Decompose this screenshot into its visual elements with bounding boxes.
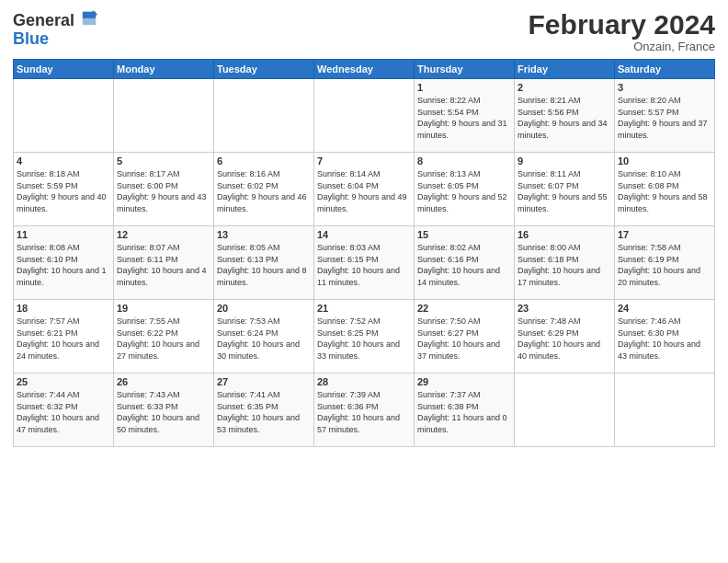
calendar-cell: 4Sunrise: 8:18 AM Sunset: 5:59 PM Daylig… xyxy=(14,153,114,226)
weekday-header-row: SundayMondayTuesdayWednesdayThursdayFrid… xyxy=(14,60,715,79)
calendar-week-row: 18Sunrise: 7:57 AM Sunset: 6:21 PM Dayli… xyxy=(14,300,715,373)
calendar-cell: 10Sunrise: 8:10 AM Sunset: 6:08 PM Dayli… xyxy=(615,153,715,226)
day-info: Sunrise: 8:21 AM Sunset: 5:56 PM Dayligh… xyxy=(518,95,611,141)
day-info: Sunrise: 7:57 AM Sunset: 6:21 PM Dayligh… xyxy=(17,316,110,362)
day-info: Sunrise: 7:58 AM Sunset: 6:19 PM Dayligh… xyxy=(618,242,711,288)
day-info: Sunrise: 7:52 AM Sunset: 6:25 PM Dayligh… xyxy=(317,316,411,362)
day-info: Sunrise: 7:39 AM Sunset: 6:36 PM Dayligh… xyxy=(317,389,411,435)
calendar-cell: 20Sunrise: 7:53 AM Sunset: 6:24 PM Dayli… xyxy=(214,300,314,373)
day-info: Sunrise: 8:16 AM Sunset: 6:02 PM Dayligh… xyxy=(217,168,311,214)
calendar-cell: 22Sunrise: 7:50 AM Sunset: 6:27 PM Dayli… xyxy=(415,300,515,373)
logo: General Blue xyxy=(13,9,97,49)
day-number: 20 xyxy=(217,303,311,314)
day-info: Sunrise: 8:18 AM Sunset: 5:59 PM Dayligh… xyxy=(17,168,110,214)
day-info: Sunrise: 8:10 AM Sunset: 6:08 PM Dayligh… xyxy=(618,168,711,214)
logo-flag-icon xyxy=(81,9,97,26)
day-info: Sunrise: 8:20 AM Sunset: 5:57 PM Dayligh… xyxy=(618,95,711,141)
day-number: 27 xyxy=(217,376,311,387)
day-number: 6 xyxy=(217,155,311,167)
day-number: 14 xyxy=(317,229,411,240)
day-number: 8 xyxy=(417,155,511,167)
calendar-cell: 15Sunrise: 8:02 AM Sunset: 6:16 PM Dayli… xyxy=(415,226,515,300)
calendar-cell: 21Sunrise: 7:52 AM Sunset: 6:25 PM Dayli… xyxy=(314,300,415,373)
calendar-cell: 19Sunrise: 7:55 AM Sunset: 6:22 PM Dayli… xyxy=(114,300,214,373)
weekday-header: Thursday xyxy=(415,60,515,79)
calendar-cell xyxy=(615,373,715,447)
day-number: 28 xyxy=(317,376,411,387)
month-title: February 2024 xyxy=(529,9,715,40)
calendar-cell: 8Sunrise: 8:13 AM Sunset: 6:05 PM Daylig… xyxy=(415,153,515,226)
calendar-cell xyxy=(314,79,415,153)
day-info: Sunrise: 8:08 AM Sunset: 6:10 PM Dayligh… xyxy=(17,242,110,288)
calendar-cell: 12Sunrise: 8:07 AM Sunset: 6:11 PM Dayli… xyxy=(114,226,214,300)
day-info: Sunrise: 8:02 AM Sunset: 6:16 PM Dayligh… xyxy=(417,242,511,288)
logo-general: General xyxy=(13,11,74,29)
calendar-cell: 24Sunrise: 7:46 AM Sunset: 6:30 PM Dayli… xyxy=(615,300,715,373)
day-info: Sunrise: 7:53 AM Sunset: 6:24 PM Dayligh… xyxy=(217,316,311,362)
calendar-week-row: 1Sunrise: 8:22 AM Sunset: 5:54 PM Daylig… xyxy=(14,79,715,153)
day-number: 1 xyxy=(417,82,511,93)
day-info: Sunrise: 7:55 AM Sunset: 6:22 PM Dayligh… xyxy=(117,316,210,362)
calendar-cell: 28Sunrise: 7:39 AM Sunset: 6:36 PM Dayli… xyxy=(314,373,415,447)
day-number: 12 xyxy=(117,229,210,240)
calendar-table: SundayMondayTuesdayWednesdayThursdayFrid… xyxy=(13,59,715,447)
day-number: 11 xyxy=(17,229,110,240)
weekday-header: Monday xyxy=(114,60,214,79)
day-number: 26 xyxy=(117,376,210,387)
day-number: 10 xyxy=(618,155,711,167)
day-info: Sunrise: 7:37 AM Sunset: 6:38 PM Dayligh… xyxy=(417,389,511,435)
calendar-cell: 1Sunrise: 8:22 AM Sunset: 5:54 PM Daylig… xyxy=(415,79,515,153)
day-info: Sunrise: 8:14 AM Sunset: 6:04 PM Dayligh… xyxy=(317,168,411,214)
day-number: 21 xyxy=(317,303,411,314)
weekday-header: Tuesday xyxy=(214,60,314,79)
day-info: Sunrise: 8:17 AM Sunset: 6:00 PM Dayligh… xyxy=(117,168,210,214)
calendar-cell: 9Sunrise: 8:11 AM Sunset: 6:07 PM Daylig… xyxy=(515,153,615,226)
day-info: Sunrise: 8:03 AM Sunset: 6:15 PM Dayligh… xyxy=(317,242,411,288)
day-number: 22 xyxy=(417,303,511,314)
day-number: 5 xyxy=(117,155,210,167)
calendar-cell: 11Sunrise: 8:08 AM Sunset: 6:10 PM Dayli… xyxy=(14,226,114,300)
day-number: 24 xyxy=(618,303,711,314)
day-info: Sunrise: 8:00 AM Sunset: 6:18 PM Dayligh… xyxy=(518,242,611,288)
day-number: 17 xyxy=(618,229,711,240)
day-number: 19 xyxy=(117,303,210,314)
calendar-cell: 6Sunrise: 8:16 AM Sunset: 6:02 PM Daylig… xyxy=(214,153,314,226)
day-number: 15 xyxy=(417,229,511,240)
svg-marker-1 xyxy=(83,18,96,25)
calendar-cell: 18Sunrise: 7:57 AM Sunset: 6:21 PM Dayli… xyxy=(14,300,114,373)
calendar-week-row: 11Sunrise: 8:08 AM Sunset: 6:10 PM Dayli… xyxy=(14,226,715,300)
day-number: 13 xyxy=(217,229,311,240)
calendar-cell: 16Sunrise: 8:00 AM Sunset: 6:18 PM Dayli… xyxy=(515,226,615,300)
day-info: Sunrise: 7:46 AM Sunset: 6:30 PM Dayligh… xyxy=(618,316,711,362)
day-number: 16 xyxy=(518,229,611,240)
day-info: Sunrise: 8:11 AM Sunset: 6:07 PM Dayligh… xyxy=(518,168,611,214)
calendar-cell: 2Sunrise: 8:21 AM Sunset: 5:56 PM Daylig… xyxy=(515,79,615,153)
calendar-cell: 5Sunrise: 8:17 AM Sunset: 6:00 PM Daylig… xyxy=(114,153,214,226)
day-number: 7 xyxy=(317,155,411,167)
weekday-header: Wednesday xyxy=(314,60,415,79)
calendar-cell: 17Sunrise: 7:58 AM Sunset: 6:19 PM Dayli… xyxy=(615,226,715,300)
calendar-cell xyxy=(14,79,114,153)
day-number: 23 xyxy=(518,303,611,314)
day-info: Sunrise: 7:41 AM Sunset: 6:35 PM Dayligh… xyxy=(217,389,311,435)
day-info: Sunrise: 8:13 AM Sunset: 6:05 PM Dayligh… xyxy=(417,168,511,214)
logo-blue: Blue xyxy=(13,29,49,48)
day-info: Sunrise: 7:44 AM Sunset: 6:32 PM Dayligh… xyxy=(17,389,110,435)
day-number: 4 xyxy=(17,155,110,167)
weekday-header: Friday xyxy=(515,60,615,79)
day-number: 29 xyxy=(417,376,511,387)
calendar-cell: 27Sunrise: 7:41 AM Sunset: 6:35 PM Dayli… xyxy=(214,373,314,447)
calendar-cell xyxy=(515,373,615,447)
location-label: Onzain, France xyxy=(529,40,715,53)
calendar-cell: 3Sunrise: 8:20 AM Sunset: 5:57 PM Daylig… xyxy=(615,79,715,153)
calendar-cell: 26Sunrise: 7:43 AM Sunset: 6:33 PM Dayli… xyxy=(114,373,214,447)
calendar-cell: 23Sunrise: 7:48 AM Sunset: 6:29 PM Dayli… xyxy=(515,300,615,373)
day-info: Sunrise: 8:05 AM Sunset: 6:13 PM Dayligh… xyxy=(217,242,311,288)
calendar-cell: 14Sunrise: 8:03 AM Sunset: 6:15 PM Dayli… xyxy=(314,226,415,300)
calendar-cell: 7Sunrise: 8:14 AM Sunset: 6:04 PM Daylig… xyxy=(314,153,415,226)
calendar-cell xyxy=(214,79,314,153)
day-info: Sunrise: 7:43 AM Sunset: 6:33 PM Dayligh… xyxy=(117,389,210,435)
weekday-header: Sunday xyxy=(14,60,114,79)
calendar-cell: 25Sunrise: 7:44 AM Sunset: 6:32 PM Dayli… xyxy=(14,373,114,447)
calendar-cell: 29Sunrise: 7:37 AM Sunset: 6:38 PM Dayli… xyxy=(415,373,515,447)
